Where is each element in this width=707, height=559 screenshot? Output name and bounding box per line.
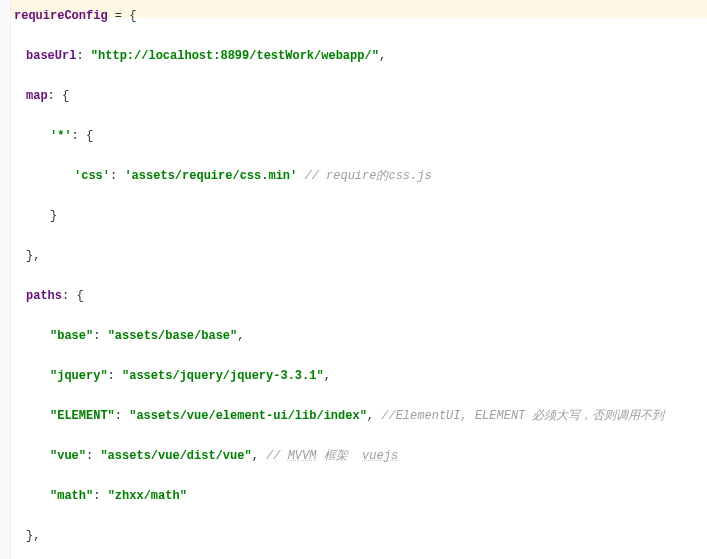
- code-line: baseUrl: "http://localhost:8899/testWork…: [14, 46, 707, 66]
- token-key: paths: [26, 289, 62, 303]
- token-comment: // require的css.js: [304, 169, 431, 183]
- code-line: },: [14, 526, 707, 546]
- token-key: 'css': [74, 169, 110, 183]
- code-block: requireConfig = { baseUrl: "http://local…: [14, 6, 707, 559]
- token-string: "zhxx/math": [108, 489, 187, 503]
- token-variable: requireConfig: [14, 9, 108, 23]
- token-string: "assets/base/base": [108, 329, 238, 343]
- gutter: [0, 0, 11, 559]
- code-line: map: {: [14, 86, 707, 106]
- token-string: "assets/jquery/jquery-3.3.1": [122, 369, 324, 383]
- code-line: requireConfig = {: [14, 6, 707, 26]
- token-key: "ELEMENT": [50, 409, 115, 423]
- code-line: "vue": "assets/vue/dist/vue", // MVVM 框架…: [14, 446, 707, 466]
- token-key: '*': [50, 129, 72, 143]
- token-key: map: [26, 89, 48, 103]
- code-line: }: [14, 206, 707, 226]
- token-string: "assets/vue/dist/vue": [100, 449, 251, 463]
- code-line: "base": "assets/base/base",: [14, 326, 707, 346]
- token-key: baseUrl: [26, 49, 76, 63]
- code-line: '*': {: [14, 126, 707, 146]
- code-line: paths: {: [14, 286, 707, 306]
- token-key: "base": [50, 329, 93, 343]
- token-comment: 框架: [316, 449, 362, 463]
- code-line: "math": "zhxx/math": [14, 486, 707, 506]
- token-key: "jquery": [50, 369, 108, 383]
- token-comment: //ElementUI, ELEMENT 必须大写，否则调用不到: [381, 409, 664, 423]
- token-key: "math": [50, 489, 93, 503]
- code-line: "ELEMENT": "assets/vue/element-ui/lib/in…: [14, 406, 707, 426]
- code-line: "jquery": "assets/jquery/jquery-3.3.1",: [14, 366, 707, 386]
- token-string: "http://localhost:8899/testWork/webapp/": [91, 49, 379, 63]
- token-comment: //: [266, 449, 288, 463]
- code-line: 'css': 'assets/require/css.min' // requi…: [14, 166, 707, 186]
- code-line: },: [14, 246, 707, 266]
- token-string: "assets/vue/element-ui/lib/index": [129, 409, 367, 423]
- token-comment: MVVM: [288, 449, 317, 463]
- code-editor: requireConfig = { baseUrl: "http://local…: [0, 0, 707, 559]
- token-string: 'assets/require/css.min': [124, 169, 297, 183]
- token-comment: vuejs: [362, 449, 398, 463]
- token-key: "vue": [50, 449, 86, 463]
